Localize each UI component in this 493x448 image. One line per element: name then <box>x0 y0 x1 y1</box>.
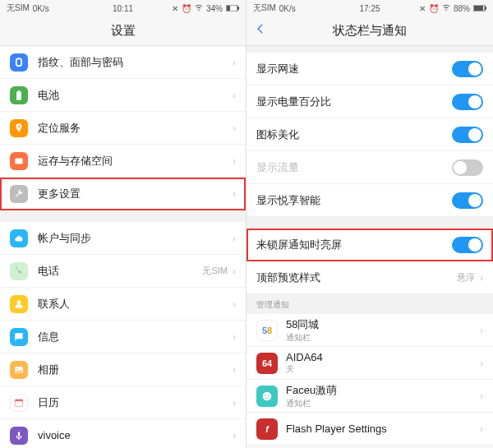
chevron-right-icon: › <box>233 155 236 167</box>
app-name: Flash Player Settings <box>286 423 480 435</box>
svg-point-8 <box>16 367 18 369</box>
row-location[interactable]: 定位服务 › <box>0 112 246 145</box>
app-row[interactable]: Faceu激萌 通知栏 › <box>246 380 493 413</box>
toggle-switch[interactable] <box>452 237 483 253</box>
cloud-icon <box>10 229 28 247</box>
app-name: 58同城 <box>286 317 480 332</box>
app-row[interactable]: f Flash Player Settings › <box>246 413 493 446</box>
app-row[interactable]: 58 58同城 通知栏 › <box>246 314 493 347</box>
row-show-jovi[interactable]: 显示悦享智能 <box>246 184 493 217</box>
section-gap <box>246 217 493 229</box>
row-storage[interactable]: 运存与存储空间 › <box>0 145 246 178</box>
toggle-switch[interactable] <box>452 94 483 110</box>
row-label: 顶部预览样式 <box>256 270 457 285</box>
row-label: 显示电量百分比 <box>256 95 452 109</box>
app-row[interactable]: 64 AIDA64 关 › <box>246 347 493 380</box>
row-label: 运存与存储空间 <box>38 154 233 169</box>
back-button[interactable] <box>255 23 266 37</box>
wifi-icon <box>442 3 450 13</box>
row-fingerprint[interactable]: 指纹、面部与密码 › <box>0 46 246 79</box>
row-value: 悬浮 <box>457 271 475 284</box>
row-icon-beautify[interactable]: 图标美化 <box>246 118 493 151</box>
gallery-icon <box>10 361 28 379</box>
section-gap <box>246 46 493 53</box>
chevron-right-icon: › <box>233 331 236 343</box>
row-vivoice[interactable]: vivoice › <box>0 419 246 448</box>
chevron-right-icon: › <box>233 188 236 200</box>
chevron-right-icon: › <box>233 122 236 134</box>
row-label: 来锁屏通知时亮屏 <box>256 238 452 252</box>
row-label: 日历 <box>38 395 233 410</box>
right-phone: 无SIM 0K/s 17:25 ✕ ⏰ 88% 状态栏与通知 <box>246 0 493 448</box>
chevron-right-icon: › <box>480 358 483 369</box>
row-value: 无SIM <box>202 265 228 277</box>
phone-icon <box>10 262 28 280</box>
svg-rect-2 <box>227 6 230 11</box>
row-label: 相册 <box>38 363 233 377</box>
toggle-switch[interactable] <box>452 61 483 77</box>
row-messages[interactable]: 信息 › <box>0 321 246 353</box>
left-phone: 无SIM 0K/s 10:11 ✕ ⏰ 34% 设置 <box>0 0 246 448</box>
row-more-settings[interactable]: 更多设置 › <box>0 178 246 210</box>
calendar-icon <box>10 394 28 412</box>
app-icon-aida64: 64 <box>256 353 278 374</box>
row-contacts[interactable]: 联系人 › <box>0 288 246 321</box>
svg-point-16 <box>265 395 266 396</box>
chevron-right-icon: › <box>233 57 236 68</box>
row-label: 指纹、面部与密码 <box>38 55 233 70</box>
row-show-battery-pct[interactable]: 显示电量百分比 <box>246 85 493 118</box>
chevron-right-icon: › <box>480 423 483 435</box>
chevron-right-icon: › <box>233 266 236 277</box>
header-title: 设置 <box>111 23 136 39</box>
row-battery[interactable]: 电池 › <box>0 79 246 112</box>
app-icon-58: 58 <box>256 320 278 341</box>
svg-rect-4 <box>18 90 20 92</box>
section-label: 管理通知 <box>246 294 493 314</box>
battery-setting-icon <box>10 86 28 104</box>
svg-rect-5 <box>15 158 22 164</box>
vivoice-icon <box>10 427 28 445</box>
toggle-switch[interactable] <box>452 159 483 176</box>
row-label: 显示流量 <box>256 160 452 175</box>
row-label: 联系人 <box>38 297 233 312</box>
row-calendar[interactable]: 日历 › <box>0 386 246 419</box>
battery-text: 34% <box>206 4 223 13</box>
svg-rect-14 <box>474 6 483 11</box>
row-label: 电池 <box>38 88 233 103</box>
alarm-icon: ⏰ <box>429 4 439 13</box>
row-gallery[interactable]: 相册 › <box>0 353 246 386</box>
location-icon <box>10 119 28 137</box>
settings-list: 指纹、面部与密码 › 电池 › 定位服务 › <box>0 46 246 448</box>
row-account-sync[interactable]: 帐户与同步 › <box>0 222 246 255</box>
row-label: 电话 <box>38 264 202 279</box>
dnd-icon: ✕ <box>172 4 178 13</box>
app-icon-flash: f <box>256 418 278 440</box>
row-show-traffic[interactable]: 显示流量 <box>246 151 493 184</box>
app-sub: 通知栏 <box>286 332 480 344</box>
toggle-switch[interactable] <box>452 192 483 209</box>
row-label: 更多设置 <box>38 187 233 201</box>
row-show-speed[interactable]: 显示网速 <box>246 53 493 85</box>
chevron-right-icon: › <box>233 298 236 310</box>
row-lockscreen-wake[interactable]: 来锁屏通知时亮屏 <box>246 229 493 261</box>
storage-icon <box>10 152 28 170</box>
speed-text: 0K/s <box>279 4 296 13</box>
wrench-icon <box>10 185 28 203</box>
dnd-icon: ✕ <box>419 4 426 13</box>
row-label: 定位服务 <box>38 121 233 136</box>
row-phone[interactable]: 电话 无SIM › <box>0 255 246 288</box>
row-label: 显示悦享智能 <box>256 193 452 208</box>
messages-icon <box>10 328 28 346</box>
toggle-list: 显示网速 显示电量百分比 图标美化 显示流量 显示悦享智能 来锁屏通知时亮屏 <box>246 46 493 446</box>
carrier-text: 无SIM <box>7 2 30 14</box>
row-label: 显示网速 <box>256 62 452 76</box>
toggle-switch[interactable] <box>452 127 483 143</box>
svg-rect-3 <box>16 91 21 100</box>
svg-rect-11 <box>18 432 20 436</box>
carrier-text: 无SIM <box>253 2 276 14</box>
chevron-right-icon: › <box>480 325 483 336</box>
row-preview-style[interactable]: 顶部预览样式 悬浮 › <box>246 261 493 294</box>
svg-point-15 <box>263 391 272 400</box>
chevron-right-icon: › <box>233 397 236 409</box>
battery-text: 88% <box>454 4 470 13</box>
